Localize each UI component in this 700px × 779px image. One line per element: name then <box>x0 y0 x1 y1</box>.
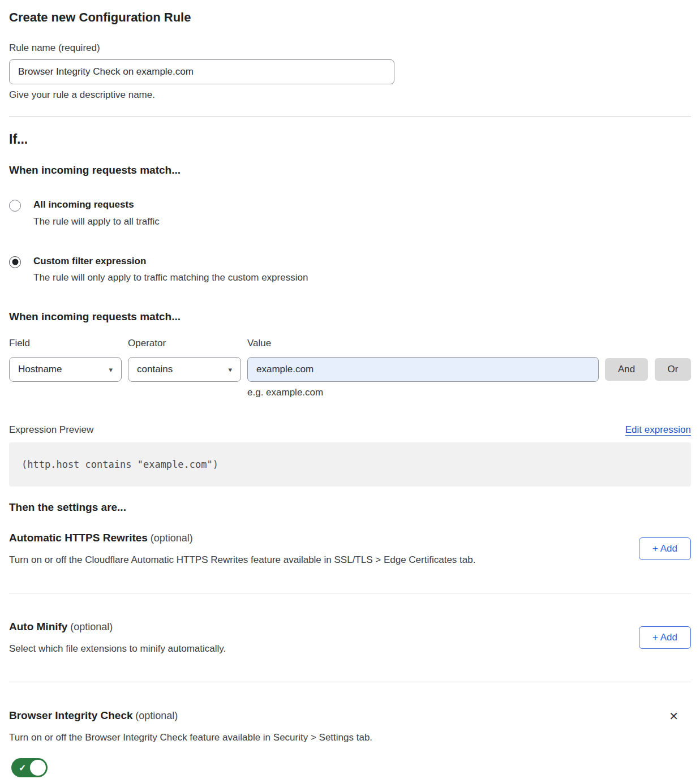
settings-heading: Then the settings are... <box>9 501 691 514</box>
setting-optional-tag: (optional) <box>70 621 113 632</box>
section-divider <box>9 117 691 117</box>
chevron-down-icon: ▾ <box>109 365 113 374</box>
radio-option-description: The rule will apply to all traffic <box>33 216 160 227</box>
setting-text: Automatic HTTPS Rewrites (optional) Turn… <box>9 532 625 566</box>
expression-preview-header: Expression Preview Edit expression <box>9 424 691 436</box>
field-column: Field Hostname ▾ <box>9 338 122 382</box>
setting-description: Select which file extensions to minify a… <box>9 643 625 655</box>
add-auto-minify-button[interactable]: + Add <box>639 626 691 649</box>
active-setting-header: Browser Integrity Check (optional) ✕ <box>9 709 691 722</box>
value-help: e.g. example.com <box>247 387 599 398</box>
radio-option-0[interactable]: All incoming requests The rule will appl… <box>9 199 691 227</box>
setting-divider <box>9 593 691 593</box>
match-heading: When incoming requests match... <box>9 164 691 177</box>
rule-name-label: Rule name (required) <box>9 42 691 54</box>
toggle-knob <box>30 760 46 776</box>
field-label: Field <box>9 338 122 349</box>
setting-optional-tag: (optional) <box>135 710 178 721</box>
setting-title: Auto Minify <box>9 621 67 632</box>
setting-title-line: Automatic HTTPS Rewrites (optional) <box>9 532 625 544</box>
field-select-value: Hostname <box>18 364 62 375</box>
check-icon: ✓ <box>19 763 26 773</box>
and-button[interactable]: And <box>605 358 648 381</box>
setting-row-automatic-https-rewrites: Automatic HTTPS Rewrites (optional) Turn… <box>9 532 691 566</box>
rule-name-group: Rule name (required) Give your rule a de… <box>9 42 691 101</box>
expression-builder-row: Field Hostname ▾ Operator contains ▾ Val… <box>9 338 691 398</box>
edit-expression-link[interactable]: Edit expression <box>625 424 691 436</box>
setting-row-browser-integrity-check: Browser Integrity Check (optional) ✕ Tur… <box>9 709 691 777</box>
setting-description: Turn on or off the Cloudflare Automatic … <box>9 554 625 566</box>
setting-description: Turn on or off the Browser Integrity Che… <box>9 732 691 743</box>
radio-option-label: All incoming requests <box>33 199 160 210</box>
value-input[interactable] <box>247 357 599 382</box>
create-configuration-rule-form: Create new Configuration Rule Rule name … <box>0 10 700 777</box>
page-title: Create new Configuration Rule <box>9 10 691 25</box>
or-button[interactable]: Or <box>655 358 691 381</box>
field-select[interactable]: Hostname ▾ <box>9 357 122 382</box>
value-column: Value e.g. example.com <box>247 338 599 398</box>
value-label: Value <box>247 338 599 349</box>
expression-code-text: (http.host contains "example.com") <box>22 459 218 470</box>
radio-button-icon[interactable] <box>9 200 21 212</box>
setting-divider <box>9 682 691 682</box>
radio-option-text: Custom filter expression The rule will o… <box>33 256 308 284</box>
close-icon[interactable]: ✕ <box>669 711 678 722</box>
radio-option-label: Custom filter expression <box>33 256 308 267</box>
add-automatic-https-rewrites-button[interactable]: + Add <box>639 537 691 560</box>
radio-option-text: All incoming requests The rule will appl… <box>33 199 160 227</box>
chevron-down-icon: ▾ <box>228 365 232 374</box>
expression-preview-label: Expression Preview <box>9 424 93 436</box>
setting-title-line: Browser Integrity Check (optional) <box>9 709 178 722</box>
setting-title: Automatic HTTPS Rewrites <box>9 532 148 544</box>
radio-option-1[interactable]: Custom filter expression The rule will o… <box>9 256 691 284</box>
operator-label: Operator <box>128 338 241 349</box>
setting-title-line: Auto Minify (optional) <box>9 621 625 633</box>
browser-integrity-check-toggle[interactable]: ✓ <box>11 758 48 777</box>
radio-button-icon[interactable] <box>9 256 21 268</box>
operator-select[interactable]: contains ▾ <box>128 357 241 382</box>
if-heading: If... <box>9 132 691 147</box>
operator-column: Operator contains ▾ <box>128 338 241 382</box>
radio-option-description: The rule will only apply to traffic matc… <box>33 272 308 283</box>
rule-name-help: Give your rule a descriptive name. <box>9 89 691 101</box>
setting-row-auto-minify: Auto Minify (optional) Select which file… <box>9 621 691 655</box>
builder-heading: When incoming requests match... <box>9 311 691 323</box>
setting-optional-tag: (optional) <box>151 532 193 544</box>
operator-select-value: contains <box>137 364 173 375</box>
setting-text: Auto Minify (optional) Select which file… <box>9 621 625 655</box>
expression-preview-code: (http.host contains "example.com") <box>9 442 691 487</box>
setting-title: Browser Integrity Check <box>9 709 133 721</box>
rule-name-input[interactable] <box>9 59 394 84</box>
